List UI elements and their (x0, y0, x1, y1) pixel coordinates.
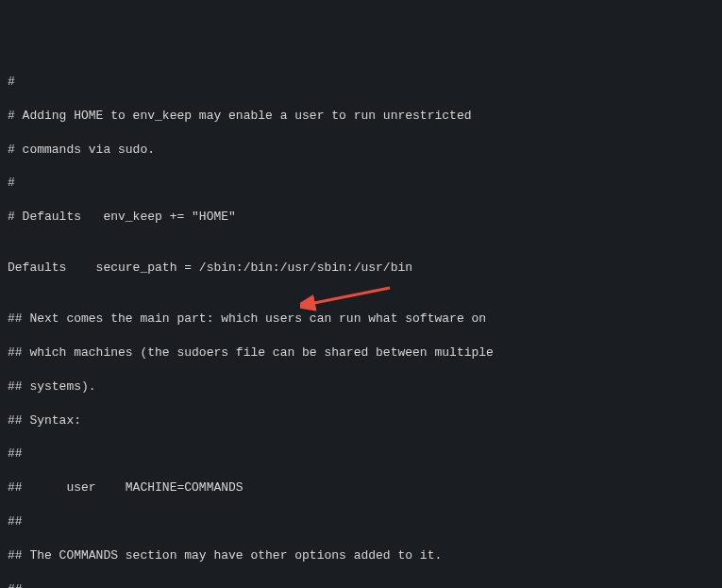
file-line: # Defaults env_keep += "HOME" (8, 209, 714, 226)
file-line: ## user MACHINE=COMMANDS (8, 479, 714, 496)
file-line: # (8, 74, 714, 91)
file-line: ## The COMMANDS section may have other o… (8, 547, 714, 564)
file-line: ## which machines (the sudoers file can … (8, 344, 714, 361)
file-line: ## Syntax: (8, 412, 714, 429)
svg-line-0 (310, 288, 390, 304)
file-line: # (8, 175, 714, 192)
file-line: # commands via sudo. (8, 142, 714, 159)
file-line: ## (8, 513, 714, 530)
file-line: ## (8, 581, 714, 588)
file-line: ## (8, 445, 714, 462)
file-line: ## Next comes the main part: which users… (8, 311, 714, 328)
file-line: # Adding HOME to env_keep may enable a u… (8, 108, 714, 125)
file-line: ## systems). (8, 378, 714, 395)
file-line: Defaults secure_path = /sbin:/bin:/usr/s… (8, 260, 714, 277)
